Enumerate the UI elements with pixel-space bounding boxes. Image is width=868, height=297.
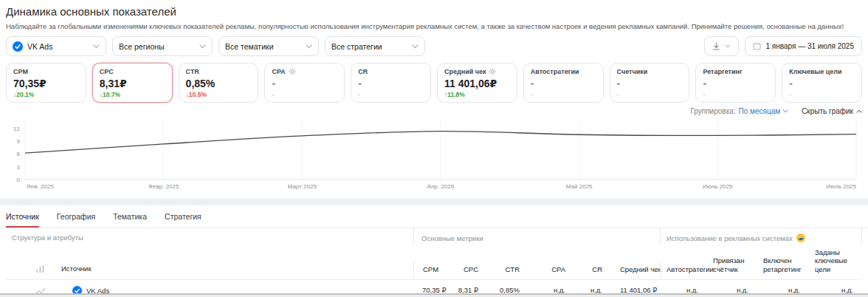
metric-card-label: CPM: [13, 68, 28, 75]
metric-card-label: Счетчики: [617, 68, 648, 75]
analytics-dashboard: Динамика основных показателей Наблюдайте…: [0, 0, 868, 297]
grouping-value: По месяцам: [739, 107, 781, 115]
gear-icon[interactable]: [489, 68, 496, 75]
trend-chart[interactable]: 036912Янв. 2025Февр. 2025Март 2025Апр. 2…: [6, 117, 862, 194]
svg-text:Март 2025: Март 2025: [288, 183, 317, 190]
metric-card-autostrategies[interactable]: Автостратегии - -: [523, 63, 604, 103]
metric-card-cpc[interactable]: CPC 8,31₽ ↓10.7%: [92, 63, 173, 103]
metric-card-avg-check[interactable]: Средний чек 11 401,06₽ ↑11.8%: [437, 63, 517, 103]
chevron-down-icon: [782, 109, 788, 113]
column-header-counter-linked[interactable]: Привязан счётчик: [707, 253, 757, 279]
trend-chart-svg[interactable]: 036912Янв. 2025Февр. 2025Март 2025Апр. 2…: [6, 117, 862, 191]
metric-card-ctr[interactable]: CTR 0,85% ↓10.5%: [179, 63, 259, 103]
metric-card-key-goals[interactable]: Ключевые цели - -: [782, 63, 862, 103]
metric-card-value: -: [789, 78, 855, 89]
column-header-retargeting-on[interactable]: Включен ретаргетинг: [757, 253, 809, 279]
gear-icon[interactable]: [289, 68, 296, 75]
svg-text:Июнь 2025: Июнь 2025: [703, 183, 733, 190]
metric-card-label: Ретаргетинг: [703, 68, 742, 75]
metric-card-cpm[interactable]: CPM 70,35₽ ↓20.1%: [6, 63, 86, 103]
tab-strategy[interactable]: Стратегия: [165, 212, 202, 228]
chevron-down-icon: [199, 44, 206, 49]
group-header-usage-label: Использование в рекламных системах: [666, 234, 793, 242]
column-header-source-label: Источник: [61, 264, 92, 273]
svg-text:Февр. 2025: Февр. 2025: [148, 183, 179, 190]
horizontal-scrollbar[interactable]: [0, 293, 868, 297]
svg-text:3: 3: [17, 164, 21, 171]
metric-card-delta: ↓10.5%: [186, 91, 252, 98]
grouping-select[interactable]: По месяцам: [739, 107, 789, 115]
filter-regions-value: Все регионы: [119, 42, 199, 51]
metric-card-value: 11 401,06₽: [444, 78, 510, 89]
vk-ads-logo-icon: [13, 41, 23, 52]
filter-bar: VK Ads Все регионы Все тематики Все стра…: [6, 36, 862, 56]
column-header-autostrategies[interactable]: Автостратегии: [660, 262, 707, 279]
chevron-down-icon: [93, 44, 100, 49]
section-divider: [0, 198, 868, 205]
ad-systems-badge-icon: [796, 233, 805, 242]
metric-card-label: Автостратегии: [531, 68, 579, 75]
chevron-down-icon: [306, 44, 312, 49]
svg-text:9: 9: [17, 138, 21, 145]
metric-card-delta: -: [531, 91, 596, 98]
column-header-key-goals-set[interactable]: Заданы ключевые цели: [809, 245, 862, 279]
filter-topics-value: Все тематики: [225, 42, 306, 51]
metric-card-label: Средний чек: [444, 68, 486, 75]
chevron-down-icon: [725, 44, 731, 48]
date-range-picker[interactable]: 1 января — 31 июля 2025: [745, 36, 862, 56]
svg-text:6: 6: [17, 151, 21, 157]
column-header-source[interactable]: Источник: [6, 260, 413, 279]
column-header-cr[interactable]: CR: [574, 262, 611, 279]
download-button[interactable]: [704, 36, 739, 56]
toolbar: 1 января — 31 июля 2025: [704, 36, 862, 56]
metric-card-value: -: [703, 78, 768, 89]
hide-chart-label: Скрыть график: [802, 107, 853, 115]
filter-source-select[interactable]: VK Ads: [6, 36, 106, 56]
chevron-up-icon: [856, 109, 862, 113]
group-header-metrics-label: Основные метрики: [421, 234, 483, 242]
metric-card-retargeting[interactable]: Ретаргетинг - -: [695, 63, 776, 103]
filter-strategies-select[interactable]: Все стратегии: [325, 36, 425, 56]
column-header-cpc[interactable]: CPC: [446, 262, 487, 279]
metric-card-value: 0,85%: [186, 78, 252, 89]
svg-text:12: 12: [13, 126, 20, 132]
group-header-structure: Структура и атрибуты: [6, 228, 413, 245]
metric-card-cpa[interactable]: CPA - -: [264, 63, 345, 103]
hide-chart-button[interactable]: Скрыть график: [802, 107, 862, 115]
group-header-metrics: Основные метрики: [413, 228, 660, 245]
tab-topic[interactable]: Тематика: [113, 212, 147, 228]
chart-controls: Группировка: По месяцам Скрыть график: [6, 107, 862, 115]
bar-chart-icon[interactable]: [35, 264, 45, 273]
svg-text:0: 0: [17, 177, 21, 183]
svg-text:Май 2025: Май 2025: [566, 183, 593, 190]
calendar-icon: [753, 42, 761, 50]
svg-text:Янв. 2025: Янв. 2025: [27, 183, 54, 190]
filter-topics-select[interactable]: Все тематики: [218, 36, 319, 56]
column-header-ctr[interactable]: CTR: [487, 262, 528, 279]
metric-card-counters[interactable]: Счетчики - -: [610, 63, 690, 103]
chevron-down-icon: [412, 44, 418, 49]
metric-card-label: CR: [358, 68, 368, 75]
metric-card-label: CPA: [272, 68, 285, 75]
metric-cards: CPM 70,35₽ ↓20.1% CPC 8,31₽ ↓10.7% CTR 0…: [6, 63, 862, 103]
column-header-cpm[interactable]: CPM: [413, 262, 446, 279]
column-header-avg-check[interactable]: Средний чек: [611, 262, 660, 279]
filter-regions-select[interactable]: Все регионы: [112, 36, 213, 56]
page-title: Динамика основных показателей: [6, 0, 862, 18]
group-header-usage: Использование в рекламных системах: [660, 228, 862, 245]
svg-text:Июль 2025: Июль 2025: [827, 183, 857, 190]
metric-card-value: -: [617, 78, 683, 89]
page-subtitle: Наблюдайте за глобальными изменениями кл…: [6, 22, 862, 30]
column-header-cpa[interactable]: CPA: [528, 262, 574, 279]
metric-card-value: 8,31₽: [100, 78, 165, 89]
metric-card-delta: -: [272, 91, 337, 98]
metric-card-label: CPC: [100, 68, 114, 75]
grouping-label: Группировка:: [690, 107, 735, 115]
metric-card-value: -: [358, 78, 424, 89]
tab-source[interactable]: Источник: [6, 212, 39, 228]
svg-text:Апр. 2025: Апр. 2025: [427, 183, 455, 190]
metric-card-cr[interactable]: CR - -: [351, 63, 431, 103]
tab-geography[interactable]: География: [57, 212, 95, 228]
date-range-value: 1 января — 31 июля 2025: [765, 42, 854, 50]
download-icon: [712, 42, 720, 50]
